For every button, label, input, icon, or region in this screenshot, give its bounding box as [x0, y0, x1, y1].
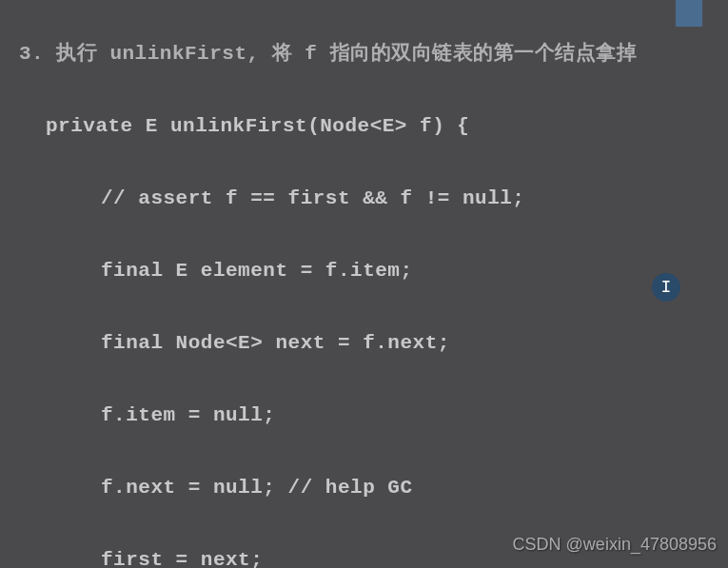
code-line-4: final Node<E> next = f.next; [0, 325, 728, 362]
code-line-5: f.item = null; [0, 398, 728, 434]
text-cursor-badge: I [652, 273, 680, 302]
comment-header: 3. 执行 unlinkFirst, 将 f 指向的双向链表的第一个结点拿掉 [0, 36, 728, 72]
code-block: 3. 执行 unlinkFirst, 将 f 指向的双向链表的第一个结点拿掉 p… [0, 0, 728, 568]
csdn-watermark: CSDN @weixin_47808956 [513, 535, 717, 555]
text-selection-highlight [676, 0, 702, 27]
code-line-6: f.next = null; // help GC [0, 470, 728, 506]
text-cursor-icon: I [661, 278, 672, 297]
code-line-2: // assert f == first && f != null; [0, 181, 728, 217]
code-line-1: private E unlinkFirst(Node<E> f) { [0, 108, 728, 145]
code-line-3: final E element = f.item; [0, 253, 728, 289]
